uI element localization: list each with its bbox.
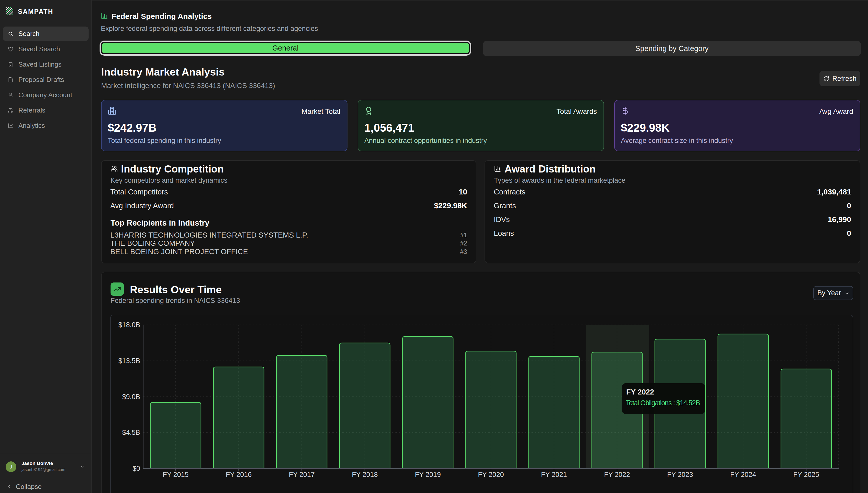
svg-text:FY 2024: FY 2024 [730,471,756,478]
svg-text:FY 2021: FY 2021 [541,471,567,478]
svg-text:$4.5B: $4.5B [122,429,140,436]
svg-text:FY 2025: FY 2025 [793,471,819,478]
svg-text:FY 2018: FY 2018 [352,471,378,478]
svg-text:$18.0B: $18.0B [118,321,140,329]
svg-text:FY 2017: FY 2017 [289,471,315,478]
svg-text:FY 2015: FY 2015 [163,471,189,478]
svg-text:$9.0B: $9.0B [122,393,140,401]
svg-text:FY 2019: FY 2019 [415,471,441,478]
svg-text:$0: $0 [132,465,140,472]
svg-text:FY 2016: FY 2016 [226,471,252,478]
svg-text:FY 2023: FY 2023 [667,471,693,478]
svg-text:FY 2020: FY 2020 [478,471,504,478]
svg-text:FY 2022: FY 2022 [604,471,630,478]
svg-text:$13.5B: $13.5B [118,357,140,365]
